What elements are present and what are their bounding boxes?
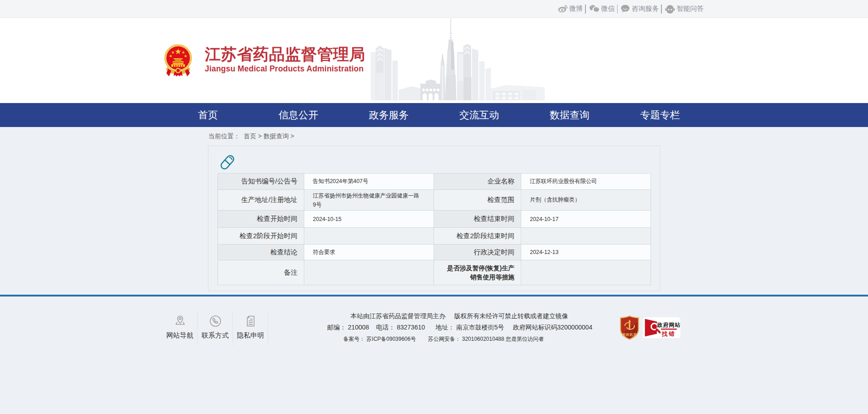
svg-text:政府网站: 政府网站 — [657, 322, 681, 328]
svg-text:党政机关: 党政机关 — [622, 333, 637, 337]
svg-text:找错: 找错 — [661, 331, 676, 337]
